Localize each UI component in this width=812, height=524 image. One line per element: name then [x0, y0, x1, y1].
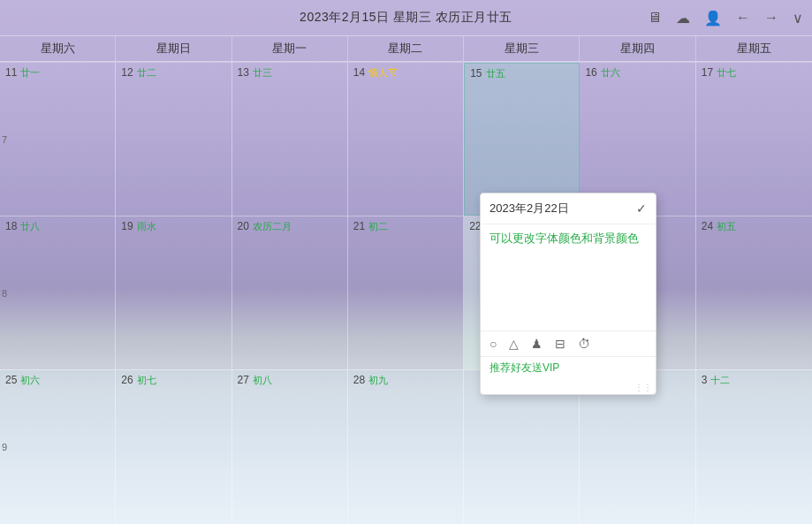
day-21-header: 21 初二	[353, 220, 458, 233]
note-clock-icon[interactable]: ⏱	[578, 337, 590, 351]
day-13-header: 13 廿三	[238, 66, 342, 80]
note-resize-handle[interactable]: ⋮⋮	[481, 383, 656, 394]
day-28[interactable]: 28 初九	[348, 370, 464, 524]
note-toolbar: ○ △ ♟ ⊟ ⏱	[481, 330, 656, 356]
day-3[interactable]: 3 十二	[696, 370, 812, 524]
note-content[interactable]: 可以更改字体颜色和背景颜色	[481, 224, 656, 330]
weekday-thu: 星期四	[580, 36, 695, 61]
day-20-header: 20 农历二月	[238, 220, 342, 233]
day-17-header: 17 廿七	[702, 66, 807, 80]
note-circle-icon[interactable]: ○	[489, 337, 497, 351]
weekday-tue: 星期二	[348, 36, 464, 61]
back-icon[interactable]: ←	[736, 10, 750, 26]
weekday-sun: 星期日	[116, 36, 231, 61]
day-19[interactable]: 19 雨水	[116, 216, 231, 369]
note-edit-icon[interactable]: ⊟	[555, 337, 565, 351]
note-check-icon[interactable]: ✓	[636, 201, 647, 216]
day-27-header: 27 初八	[238, 374, 342, 387]
note-person-icon[interactable]: ♟	[531, 337, 543, 351]
day-15-header: 15 廿五	[470, 67, 573, 80]
chevron-down-icon[interactable]: ∨	[793, 10, 803, 27]
day-20[interactable]: 20 农历二月	[232, 216, 348, 369]
day-24[interactable]: 24 初五	[696, 216, 812, 369]
note-triangle-icon[interactable]: △	[509, 337, 519, 351]
day-21[interactable]: 21 初二	[348, 216, 464, 369]
cloud-icon[interactable]: ☁	[676, 10, 690, 27]
weekday-mon: 星期一	[232, 36, 348, 61]
title-bar: 2023年2月15日 星期三 农历正月廿五 🖥 ☁ 👤 ← → ∨	[0, 0, 812, 35]
day-18[interactable]: 18 廿八	[0, 216, 116, 369]
day-14-header: 14 情人节	[353, 66, 458, 80]
day-17[interactable]: 17 廿七	[696, 63, 812, 216]
forward-icon[interactable]: →	[764, 10, 778, 26]
note-popup-date: 2023年2月22日	[489, 201, 569, 216]
week-row-7: 7 11 廿一 12 廿二 13 廿三	[0, 63, 812, 216]
day-19-header: 19 雨水	[121, 220, 225, 233]
day-25-header: 25 初六	[5, 374, 110, 387]
day-11[interactable]: 11 廿一	[0, 63, 116, 216]
week-number-8: 8	[2, 288, 7, 299]
note-vip-label[interactable]: 推荐好友送VIP	[481, 356, 656, 383]
week-row-8: 8 18 廿八 19 雨水 20 农历二月	[0, 216, 812, 370]
day-28-header: 28 初九	[353, 374, 458, 387]
day-3-header: 3 十二	[702, 374, 807, 387]
day-27[interactable]: 27 初八	[232, 370, 348, 524]
day-25[interactable]: 25 初六	[0, 370, 116, 524]
day-11-header: 11 廿一	[5, 66, 110, 80]
day-14[interactable]: 14 情人节	[348, 63, 464, 216]
day-13[interactable]: 13 廿三	[232, 63, 348, 216]
title-icons: 🖥 ☁ 👤 ← → ∨	[648, 10, 803, 27]
calendar-title: 2023年2月15日 星期三 农历正月廿五	[300, 10, 512, 26]
calendar-grid: 7 11 廿一 12 廿二 13 廿三	[0, 62, 812, 524]
note-popup[interactable]: 2023年2月22日 ✓ 可以更改字体颜色和背景颜色 ○ △ ♟ ⊟ ⏱ 推荐好…	[480, 193, 656, 395]
day-26[interactable]: 26 初七	[116, 370, 231, 524]
day-12-header: 12 廿二	[121, 66, 225, 80]
day-16-header: 16 廿六	[585, 66, 689, 80]
note-popup-header: 2023年2月22日 ✓	[481, 194, 656, 224]
day-12[interactable]: 12 廿二	[116, 63, 231, 216]
weekday-wed: 星期三	[464, 36, 580, 61]
app-container: 2023年2月15日 星期三 农历正月廿五 🖥 ☁ 👤 ← → ∨ 星期六 星期…	[0, 0, 812, 524]
day-26-header: 26 初七	[121, 374, 225, 387]
weekday-header: 星期六 星期日 星期一 星期二 星期三 星期四 星期五	[0, 35, 812, 62]
week-number-7: 7	[2, 134, 7, 145]
day-24-header: 24 初五	[702, 220, 807, 233]
week-row-9: 9 25 初六 26 初七 27 初八	[0, 370, 812, 524]
person-icon[interactable]: 👤	[704, 10, 722, 27]
day-18-header: 18 廿八	[5, 220, 110, 233]
weekday-sat: 星期六	[0, 36, 116, 61]
week-number-9: 9	[2, 442, 7, 452]
monitor-icon[interactable]: 🖥	[648, 10, 662, 26]
weekday-fri: 星期五	[696, 36, 812, 61]
